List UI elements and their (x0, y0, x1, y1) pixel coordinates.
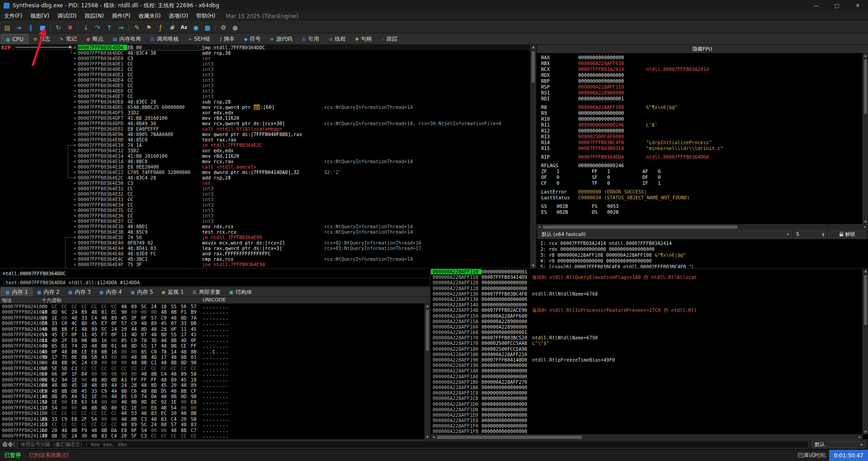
breakpoint-dot[interactable] (74, 57, 76, 60)
scroll-left-icon[interactable]: ◄ (432, 435, 435, 439)
breakpoint-dot[interactable] (74, 128, 76, 130)
tab-source[interactable]: ≡源代码 (266, 34, 297, 44)
disasm-row[interactable]: 00007FFFB0364E4448:8D41 03lea rax,qword … (0, 245, 536, 251)
breakpoint-dot[interactable] (74, 150, 76, 152)
stepper-arrows-icon[interactable]: ▲▼ (822, 232, 824, 236)
scroll-up-icon[interactable]: ▲ (425, 304, 430, 308)
dump-row[interactable]: 00007FFFB02410501145E70F1145F70F114D0748… (0, 332, 430, 337)
stack-row[interactable]: 000000A228AFF11800007FFFB03414D9返回到 ntdl… (431, 274, 863, 280)
register-row[interactable]: RDX0000000000000000 (537, 72, 868, 78)
breakpoint-dot[interactable] (74, 242, 76, 244)
breakpoint-dot[interactable] (74, 106, 76, 108)
breakpoint-dot[interactable] (74, 263, 76, 266)
disasm-row[interactable]: 00007FFFB0364E1233D2xor edx,edx (0, 148, 536, 153)
tab-dump4[interactable]: ▦内存 4 (95, 287, 126, 296)
dump-col-hex[interactable]: 十六进制 (42, 297, 203, 303)
breakpoint-dot[interactable] (74, 258, 76, 260)
disasm-row[interactable]: 00007FFFB0364E3848:8BD1mov rdx,rcxrcx:Nt… (0, 224, 536, 229)
stack-row[interactable]: 000000A228AFF180000002500FCC5A98 (431, 346, 863, 352)
stack-row[interactable]: 000000A228AFF1C80000000000000000 (431, 395, 863, 401)
stack-row[interactable]: 000000A228AFF1980000000000000000 (431, 362, 863, 368)
disasm-row[interactable]: 00007FFFB0364E0648:8905 7BAA0A00mov qwor… (0, 132, 536, 137)
registers-scrollbar[interactable]: ▲ ▼ (863, 53, 868, 224)
breakpoint-dot[interactable] (74, 177, 76, 179)
scrollbar-thumb[interactable] (532, 51, 535, 83)
breakpoint-icon[interactable]: # (167, 22, 178, 33)
tab-symbols[interactable]: ◆符号 (240, 34, 265, 44)
scroll-down-icon[interactable]: ▼ (531, 263, 536, 268)
dump-row[interactable]: 00007FFFB0241140D933C9E82F540000488BC348… (0, 416, 430, 422)
scrollbar-thumb[interactable] (543, 226, 737, 229)
stack-row[interactable]: 000000A228AFF1B0000000A228AFF270 (431, 379, 863, 385)
maximize-button[interactable]: □ (826, 0, 847, 11)
dump-row[interactable]: 00007FFFB0241080450F488BCEE88B16000085C0… (0, 349, 430, 354)
scrollbar-thumb[interactable] (864, 60, 867, 114)
hide-fpu-button[interactable]: 隐藏FPU (537, 45, 868, 53)
menu-item-o[interactable]: 选项(O) (165, 11, 192, 21)
tab-dump2[interactable]: ▦内存 2 (33, 287, 64, 296)
scroll-left-icon[interactable]: ◄ (538, 225, 541, 229)
breakpoint-dot[interactable] (74, 231, 76, 233)
stack-row[interactable]: 000000A228AFF1100000000000000001 (431, 269, 863, 274)
flag-cell[interactable]: OF0 (541, 174, 592, 180)
breakpoint-dot[interactable] (74, 117, 76, 119)
disasm-row[interactable]: 00007FFFB0364E34CCint3 (0, 202, 536, 207)
scrollbar-thumb[interactable] (437, 436, 582, 439)
dump-row[interactable]: 00007FFFB0241030F833C04C8D45E70F57C94889… (0, 320, 430, 326)
tab-memory-map[interactable]: ▤内存布局 (108, 34, 145, 44)
breakpoint-dot[interactable] (74, 52, 76, 54)
dump-row[interactable]: 00007FFFB0241110921E00E863540000488B0D8C… (0, 399, 430, 405)
dump-row[interactable]: 00007FFFB0241170488B5C24304883C4205FC3CC… (0, 433, 430, 438)
disasm-row[interactable]: 00007FFFB0364DF533D2xor edx,edx (0, 110, 536, 115)
argument-line[interactable]: 1: rcx 00007FFFB03A2414 ntdll.00007FFFB0… (537, 240, 868, 246)
dump-row[interactable]: 00007FFFB02410A000488B9C24C0000000488BC1… (0, 360, 430, 365)
flag-cell[interactable]: DS002B (592, 209, 642, 215)
tab-references[interactable]: ◎引用 (297, 34, 324, 44)
register-row[interactable]: R13000002500FAF0000 (537, 134, 868, 140)
breakpoint-dot[interactable] (74, 47, 76, 49)
stack-row[interactable]: 000000A228AFF1380000000000000000 (431, 296, 863, 302)
breakpoint-dot[interactable] (74, 95, 76, 98)
flag-cell[interactable]: ZF1 (541, 169, 592, 174)
tab-threads[interactable]: ⇉线程 (324, 34, 350, 44)
stack-row[interactable]: 000000A228AFF1280000000000000000 (431, 286, 863, 291)
menu-item-d[interactable]: 调试(D) (53, 11, 81, 21)
breakpoint-dot[interactable] (74, 209, 76, 212)
register-row[interactable]: LastStatusC0000034 (STATUS_OBJECT_NAME_N… (537, 195, 868, 201)
tab-notes[interactable]: ✎笔记 (55, 34, 81, 44)
disasm-row[interactable]: 00007FFFB0364E36CCint3 (0, 213, 536, 218)
disasm-row[interactable]: 00007FFFB0364DE4CCint3 (0, 77, 536, 83)
step-over-icon[interactable]: ↷ (92, 22, 103, 33)
settings-icon[interactable]: ⚙ (218, 22, 229, 33)
dump-row[interactable]: 00007FFFB0241010488D6C24B94881EC90000000… (0, 309, 430, 315)
tab-cpu[interactable]: ▦CPU (1, 34, 28, 44)
tab-dump1[interactable]: ▦内存 1 (1, 287, 33, 296)
disasm-row[interactable]: 00007FFFB0364DE5CCint3 (0, 83, 536, 88)
stack-hscrollbar[interactable]: ◄ ► (431, 434, 863, 439)
argument-line[interactable]: 2: rdx 0000000000000000 0000000000000000 (537, 246, 868, 252)
register-row[interactable]: RBP0000000000000000 (537, 78, 868, 84)
register-row[interactable]: R90000000000000000 (537, 110, 868, 116)
dump-row[interactable]: 00007FFFB0241060114D2FE80B8B160085C0783D… (0, 338, 430, 343)
menu-item-v[interactable]: 视图(V) (26, 11, 53, 21)
dump-scrollbar[interactable]: ▲ ▼ (425, 304, 430, 439)
stop-icon[interactable]: ■ (37, 22, 48, 33)
register-row[interactable]: RBX000000A228AFF630 (537, 61, 868, 66)
step-out-icon[interactable]: ↑ (104, 22, 115, 33)
stack-row[interactable]: 000000A228AFF1200000000000000000 (431, 280, 863, 285)
breakpoint-dot[interactable] (74, 247, 76, 249)
tab-locals[interactable]: ☰局部变量 (189, 287, 225, 296)
dump-row[interactable]: 00007FFFB024112057540000488B0D80921E00E8… (0, 405, 430, 410)
step-into-icon[interactable]: ↓ (80, 22, 91, 33)
breakpoint-dot[interactable] (74, 79, 76, 81)
dump-row[interactable]: 00007FFFB02410E008488D45184889442428488D… (0, 382, 430, 388)
dump-row[interactable]: 00007FFFB0241150C3CCCCCCCCCCCCCC48895C24… (0, 422, 430, 427)
calling-convention-select[interactable]: 默认 (x64 fastcall) ▾ (538, 230, 792, 238)
scroll-up-icon[interactable]: ▲ (863, 53, 868, 58)
flag-cell[interactable]: AF0 (642, 169, 693, 174)
dump-row[interactable]: 00007FFFB0241100488B05A9921E004885C0740A… (0, 394, 430, 399)
comment-icon[interactable]: ⚑ (143, 22, 154, 33)
disasm-row[interactable]: 00007FFFB0364E31CCint3 (0, 186, 536, 191)
register-row[interactable]: RIP00007FFFB0364DDAntdll.00007FFFB0364DD… (537, 154, 868, 160)
stack-scrollbar[interactable]: ▲ ▼ (863, 269, 868, 434)
